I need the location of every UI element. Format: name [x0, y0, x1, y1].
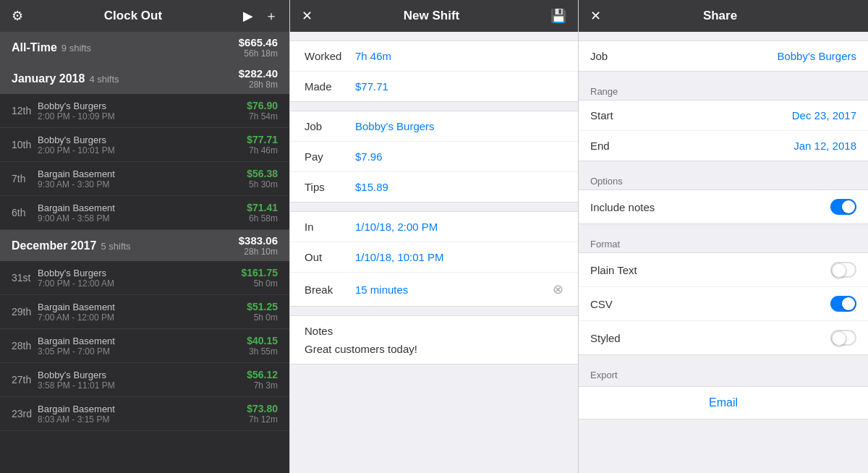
shift-place: Bargain Basement: [38, 203, 247, 213]
shift-info: Bobby's Burgers 2:00 PM - 10:01 PM: [38, 135, 247, 155]
job-share-label: Job: [590, 50, 777, 62]
plain-text-row: Plain Text: [579, 253, 868, 287]
made-row: Made $77.71: [290, 72, 578, 101]
share-panel: ✕ Share Job Bobby's Burgers Range Start …: [579, 0, 868, 473]
shift-duration: 5h 30m: [247, 179, 278, 189]
shift-right: $56.12 7h 3m: [247, 369, 278, 391]
table-row[interactable]: 29th Bargain Basement 7:00 AM - 12:00 PM…: [0, 295, 289, 329]
all-time-time: 56h 18m: [239, 48, 278, 59]
shift-time: 8:03 AM - 3:15 PM: [38, 414, 247, 425]
export-section-label: Export: [579, 364, 868, 383]
shift-info: Bobby's Burgers 2:00 PM - 10:09 PM: [38, 101, 247, 122]
shift-time: 7:00 AM - 12:00 PM: [38, 312, 247, 323]
mid-panel-title: New Shift: [404, 9, 459, 23]
jan-title: January 2018: [12, 72, 85, 85]
shift-place: Bobby's Burgers: [38, 135, 247, 145]
table-row[interactable]: 27th Bobby's Burgers 3:58 PM - 11:01 PM …: [0, 363, 289, 397]
pay-label: Pay: [305, 150, 355, 163]
shift-amount: $73.80: [247, 403, 278, 414]
start-row[interactable]: Start Dec 23, 2017: [579, 101, 868, 131]
all-time-amount: $665.46: [239, 36, 278, 48]
shift-right: $73.80 7h 12m: [247, 403, 278, 425]
shift-right: $56.38 5h 30m: [247, 168, 278, 189]
shift-time: 2:00 PM - 10:09 PM: [38, 111, 247, 122]
shift-info: Bargain Basement 7:00 AM - 12:00 PM: [38, 302, 247, 323]
styled-row: Styled: [579, 321, 868, 354]
table-row[interactable]: 12th Bobby's Burgers 2:00 PM - 10:09 PM …: [0, 94, 289, 128]
format-card: Plain Text CSV Styled: [579, 252, 868, 355]
out-row[interactable]: Out 1/10/18, 10:01 PM: [290, 242, 578, 273]
delete-break-icon[interactable]: ⊗: [553, 281, 563, 297]
shift-day: 7th: [12, 173, 38, 184]
job-row[interactable]: Job Bobby's Burgers: [290, 111, 578, 142]
mid-top-bar: ✕ New Shift 💾: [290, 0, 578, 32]
break-row[interactable]: Break 15 minutes ⊗: [290, 273, 578, 306]
add-shift-button[interactable]: ＋: [265, 7, 278, 25]
shift-right: $51.25 5h 0m: [247, 301, 278, 323]
shift-place: Bargain Basement: [38, 336, 247, 346]
shift-day: 12th: [12, 105, 38, 116]
right-content: Job Bobby's Burgers Range Start Dec 23, …: [579, 32, 868, 473]
plain-text-label: Plain Text: [590, 264, 830, 276]
shift-info: Bargain Basement 8:03 AM - 3:15 PM: [38, 404, 247, 425]
shift-time: 3:58 PM - 11:01 PM: [38, 380, 247, 391]
shift-duration: 5h 0m: [241, 278, 278, 289]
export-section: Email: [579, 386, 868, 419]
end-row[interactable]: End Jan 12, 2018: [579, 131, 868, 161]
jan-title-group: January 2018 4 shifts: [12, 72, 119, 85]
out-label: Out: [305, 251, 355, 263]
styled-radio[interactable]: [830, 330, 856, 346]
dec-amount: $383.06: [239, 234, 278, 247]
start-value: Dec 23, 2017: [792, 109, 856, 122]
pay-row[interactable]: Pay $7.96: [290, 142, 578, 172]
table-row[interactable]: 7th Bargain Basement 9:30 AM - 3:30 PM $…: [0, 162, 289, 196]
email-button[interactable]: Email: [579, 386, 868, 419]
play-icon[interactable]: ▶: [243, 8, 253, 24]
options-card: Include notes: [579, 189, 868, 224]
tips-row[interactable]: Tips $15.89: [290, 172, 578, 202]
settings-icon[interactable]: ⚙: [12, 8, 23, 24]
table-row[interactable]: 10th Bobby's Burgers 2:00 PM - 10:01 PM …: [0, 128, 289, 162]
include-notes-toggle[interactable]: [830, 199, 856, 215]
close-button[interactable]: ✕: [302, 8, 312, 24]
start-label: Start: [590, 109, 792, 122]
shift-duration: 6h 58m: [247, 213, 278, 223]
csv-radio[interactable]: [830, 296, 856, 312]
close-share-button[interactable]: ✕: [590, 8, 601, 24]
table-row[interactable]: 31st Bobby's Burgers 7:00 PM - 12:00 AM …: [0, 261, 289, 295]
shift-place: Bargain Basement: [38, 404, 247, 414]
table-row[interactable]: 28th Bargain Basement 3:05 PM - 7:00 PM …: [0, 329, 289, 363]
save-button[interactable]: 💾: [550, 8, 566, 24]
dec-time: 28h 10m: [239, 247, 278, 257]
table-row[interactable]: 6th Bargain Basement 9:00 AM - 3:58 PM $…: [0, 196, 289, 230]
shift-time: 2:00 PM - 10:01 PM: [38, 145, 247, 155]
job-share-value: Bobby's Burgers: [777, 50, 856, 62]
shift-duration: 7h 54m: [247, 111, 278, 122]
job-value: Bobby's Burgers: [355, 120, 563, 132]
job-share-row[interactable]: Job Bobby's Burgers: [579, 41, 868, 71]
shift-duration: 3h 55m: [247, 346, 278, 357]
shift-time: 7:00 PM - 12:00 AM: [38, 278, 241, 289]
notes-title: Notes: [305, 325, 563, 337]
in-row[interactable]: In 1/10/18, 2:00 PM: [290, 212, 578, 242]
left-content: All-Time 9 shifts $665.46 56h 18m Januar…: [0, 32, 289, 473]
worked-row: Worked 7h 46m: [290, 41, 578, 72]
notes-card[interactable]: Notes Great customers today!: [290, 315, 578, 365]
break-label: Break: [305, 284, 355, 296]
worked-label: Worked: [305, 50, 355, 62]
right-top-bar: ✕ Share: [579, 0, 868, 32]
jan-amount: $282.40: [239, 67, 278, 80]
all-time-right: $665.46 56h 18m: [239, 36, 278, 59]
include-notes-label: Include notes: [590, 201, 830, 213]
csv-label: CSV: [590, 298, 830, 310]
table-row[interactable]: 23rd Bargain Basement 8:03 AM - 3:15 PM …: [0, 397, 289, 431]
plain-text-radio[interactable]: [830, 262, 856, 278]
shift-right: $71.41 6h 58m: [247, 202, 278, 223]
all-time-header: All-Time 9 shifts $665.46 56h 18m: [0, 32, 289, 63]
clock-out-panel: ⚙ Clock Out ▶ ＋ All-Time 9 shifts $665.4…: [0, 0, 289, 473]
shift-duration: 7h 12m: [247, 414, 278, 425]
jan-2018-header: January 2018 4 shifts $282.40 28h 8m: [0, 63, 289, 94]
notes-text: Great customers today!: [305, 343, 563, 355]
dec-title-group: December 2017 5 shifts: [12, 239, 131, 252]
shift-day: 23rd: [12, 408, 38, 419]
